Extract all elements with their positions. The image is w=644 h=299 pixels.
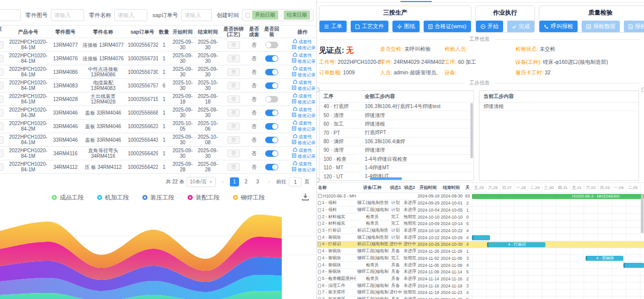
gantt-task-row[interactable]: 4 - 装锅块检查员具备未进序2024-11-052024-11-094: [317, 262, 472, 269]
unbind-badge[interactable]: 否: [227, 41, 240, 49]
prev-page-button[interactable]: ‹: [218, 177, 227, 186]
gantt-bar[interactable]: 4 - 装锅块: [586, 256, 623, 261]
collapse-icon[interactable]: −: [318, 194, 322, 198]
unbind-badge[interactable]: 否: [227, 123, 240, 130]
reinstall-toggle[interactable]: [265, 82, 278, 89]
工单-button[interactable]: 工单: [319, 21, 347, 32]
set-link[interactable]: 成套性: [293, 121, 312, 126]
table-row[interactable]: 否2022HPCH1020-84-2M33RM4046盖板 33RM404610…: [0, 120, 317, 133]
gantt-task-row[interactable]: 4 - 装锅块铆焊工段(核电制造部)具备未进序2024-11-092024-11…: [317, 269, 472, 276]
unbind-badge[interactable]: 否: [227, 136, 240, 144]
set-link[interactable]: 成套性: [293, 66, 312, 71]
reinstall-toggle[interactable]: [265, 137, 278, 143]
record-link[interactable]: 修改记录: [292, 113, 316, 118]
table-row[interactable]: 否2022HPCH1020-84-1M13RM4077连接板 13RM40771…: [0, 38, 317, 52]
unbind-badge[interactable]: 否: [227, 95, 240, 103]
table-row[interactable]: 否2022HPCH1020-84-1M34RM4112压 板 34RM41121…: [0, 160, 317, 174]
page-button[interactable]: 1: [230, 177, 239, 186]
tab-strip[interactable]: [317, 0, 644, 3]
unbind-badge[interactable]: 否: [227, 82, 240, 89]
page-button[interactable]: 2: [242, 177, 251, 186]
table-row[interactable]: 否2022HPCH1020-84-1M13RM4086中性点连接板 13RM40…: [0, 65, 317, 79]
legend-item[interactable]: 铆焊工段: [233, 193, 265, 202]
gantt-task-row[interactable]: 7 - 装支撑环铆焊工段(核电制造部)具备未进序2024-11-222024-1…: [317, 296, 472, 299]
table-row[interactable]: 否2022HPCH1020-84-1M13RM4083电缆装配 13RM4083…: [0, 79, 317, 92]
gantt-task-row[interactable]: 1 - 领料铆焊工段(核电制造部)计划未进序2024-10-042024-10-…: [317, 207, 472, 214]
gantt-task-row[interactable]: −H1020-66-3 - MHZ2A63002024-09-182024-09…: [317, 193, 472, 200]
filter-field[interactable]: [54, 12, 80, 18]
unbind-badge[interactable]: 否: [227, 150, 240, 157]
table-row[interactable]: 否2022HPCH1020-84-1M34RM4116直角等径弯头 34RM41…: [0, 147, 317, 160]
gantt-task-row[interactable]: 7 - 装支撑环铆焊工段(核电制造部)进行中按期完成2024-11-192024…: [317, 289, 472, 296]
filter-input[interactable]: [114, 9, 147, 21]
gantt-task-row[interactable]: 6 - 清理工件铆焊工段(核电制造部)具备未进序2024-11-162024-1…: [317, 282, 472, 289]
truncated-filter-field[interactable]: [0, 12, 17, 18]
filter-input[interactable]: [51, 9, 84, 21]
gantt-task-row[interactable]: 4 - 打标识标识工(核电制造部)进行中进行中2024-10-262024-10…: [317, 241, 472, 248]
record-link[interactable]: 修改记录: [292, 154, 316, 159]
set-link[interactable]: 成套性: [293, 93, 312, 98]
reinstall-toggle[interactable]: [265, 164, 278, 170]
gantt-task-row[interactable]: 4 - 装锅块铆焊工段(核电制造部)完工按期完成2024-11-022024-1…: [317, 255, 472, 262]
gantt-bar[interactable]: H1020-66-3 - MHZ2A6300: [472, 194, 644, 200]
unbind-badge[interactable]: 否: [227, 68, 240, 76]
table-row[interactable]: 否2022HPCH1020-84-1M12RM4028主出线装置 12RM402…: [0, 92, 317, 106]
filter-input[interactable]: [181, 9, 212, 21]
record-link[interactable]: 修改记录: [292, 45, 316, 50]
set-link[interactable]: 成套性: [293, 148, 312, 153]
truncated-filter-input[interactable]: [0, 9, 21, 21]
table-row[interactable]: 100 · 检查1-4号焊缝目视检查: [319, 155, 473, 163]
reinstall-toggle[interactable]: [265, 96, 278, 103]
goto-page-input[interactable]: [289, 177, 302, 186]
gantt-task-row[interactable]: 4 - 装锅块铆焊工段(核电制造部)具备未进序2024-11-282024-11…: [317, 248, 472, 255]
工艺文件-button[interactable]: 工艺文件: [351, 21, 388, 32]
报检数据-button[interactable]: 报检数据: [582, 21, 620, 32]
checkbox-icon[interactable]: [246, 13, 250, 18]
set-link[interactable]: 成套性: [293, 53, 312, 58]
table-row[interactable]: 110 · MT1-4焊缝MT: [319, 163, 473, 172]
next-page-button[interactable]: ›: [265, 177, 274, 186]
报检记录-button[interactable]: 报检记录: [624, 21, 644, 32]
filter-field[interactable]: [185, 12, 208, 18]
page-button[interactable]: 3: [253, 177, 262, 186]
呼叫报检-button[interactable]: 呼叫报检: [539, 21, 578, 32]
reinstall-toggle[interactable]: [265, 110, 278, 116]
reinstall-toggle[interactable]: [265, 55, 278, 62]
gantt-task-row[interactable]: 4 - 装锅块铆工(核电制造部)计划未进序2024-10-222024-10-2…: [317, 234, 472, 241]
table-row[interactable]: 70 · PT打底焊PT: [319, 129, 473, 137]
set-link[interactable]: 成套性: [293, 80, 312, 85]
set-link[interactable]: 成套性: [293, 134, 312, 139]
set-link[interactable]: 成套性: [293, 161, 312, 166]
完成-button[interactable]: 完成: [507, 21, 534, 32]
unbind-badge[interactable]: 否: [227, 163, 240, 171]
date-start-placeholder[interactable]: 开始日期: [252, 11, 278, 20]
图纸-button[interactable]: 图纸: [392, 21, 420, 32]
gantt-bar[interactable]: [623, 263, 644, 268]
table-row[interactable]: 90 · 清理焊缝清理: [319, 146, 473, 154]
resize-handle-icon[interactable]: [641, 87, 644, 92]
page-size-select[interactable]: 10条/页 ▼: [187, 177, 216, 187]
table-row[interactable]: 40 · 打底焊106.3和106.4打底焊1-4号焊缝test: [319, 103, 473, 111]
reinstall-toggle[interactable]: [265, 123, 278, 130]
table-row[interactable]: 60 · 加工焊缝清根: [319, 120, 473, 128]
reinstall-toggle[interactable]: [265, 42, 278, 48]
legend-item[interactable]: 机加工段: [97, 193, 129, 202]
resize-handle-icon[interactable]: [317, 178, 319, 182]
record-link[interactable]: 修改记录: [292, 140, 316, 145]
record-link[interactable]: 修改记录: [292, 59, 316, 64]
gantt-task-row[interactable]: 3 - 打标识标识工(核电制造部)计划未进序2024-10-182024-10-…: [317, 228, 472, 235]
table-row[interactable]: 否2022HPCH1020-84-3M33RM4046盖板 33RM404610…: [0, 106, 317, 120]
table-row[interactable]: 焊缝清根: [479, 103, 638, 111]
gantt-task-row[interactable]: 2 - 材料核实检查员完工拖期完成2024-10-092024-10-145: [317, 221, 472, 228]
gantt-bar[interactable]: [472, 235, 490, 241]
unbind-badge[interactable]: 否: [227, 109, 240, 117]
legend-item[interactable]: 装配工段: [188, 193, 220, 202]
gantt-task-row[interactable]: 1 - 领料铆工(核电制造部)计划未进序2024-09-292024-10-01…: [317, 200, 472, 207]
gantt-bar[interactable]: 4 - 打标识: [487, 242, 546, 248]
set-link[interactable]: 成套性: [293, 107, 312, 112]
record-link[interactable]: 修改记录: [292, 167, 316, 172]
table-row[interactable]: 50 · 清理焊缝清理: [319, 111, 473, 120]
horizontal-scrollbar[interactable]: [370, 177, 402, 180]
record-link[interactable]: 修改记录: [292, 127, 316, 132]
set-link[interactable]: 成套性: [293, 39, 312, 44]
